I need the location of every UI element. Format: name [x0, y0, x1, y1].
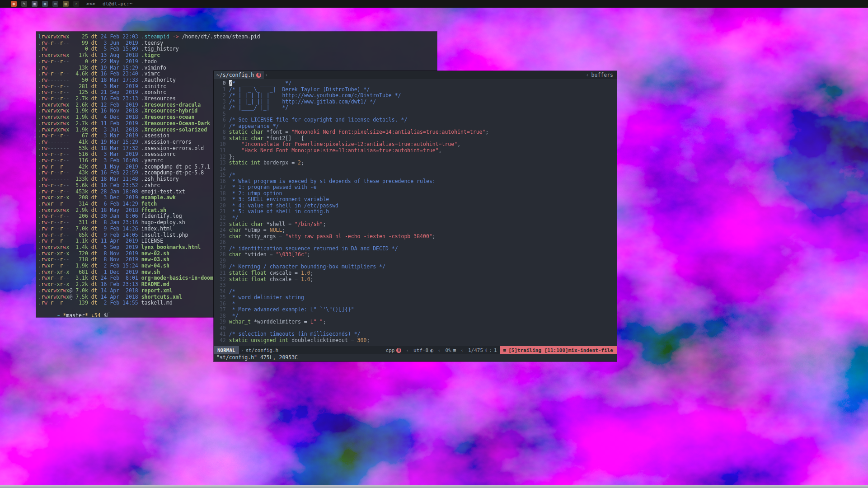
code-line: 23 static char *shell = "/bin/sh";: [216, 221, 617, 228]
code-line: 7 /* appearance */: [216, 123, 617, 130]
code-line: 9 static char *font2[] = {: [216, 136, 617, 142]
code-line: 28 char *vtiden = "\033[?6c";: [216, 252, 617, 258]
filetype-indicator: cpp H: [386, 347, 402, 353]
code-line: 27 /* identification sequence returned i…: [216, 246, 617, 252]
code-line: 26: [216, 239, 617, 246]
buffers-area[interactable]: ‹ buffers: [585, 72, 617, 78]
code-line: 8 static char *font = "Mononoki Nerd Fon…: [216, 129, 617, 136]
editor-terminal-window[interactable]: ~/s/config.h H › ‹ buffers 0 /* ____ ___…: [214, 71, 617, 361]
terminal-cursor: [108, 313, 110, 317]
chevron-left-icon: ‹: [586, 72, 589, 78]
code-line: 22 */: [216, 215, 617, 221]
code-line: 5: [216, 111, 617, 117]
file-row: .rw-r--r-- 99 dt 3 Jun 2019 .teensy: [38, 40, 437, 47]
tray-icons: ◉✎▣◉▭▤›: [11, 1, 79, 7]
code-line: 25 char *stty_args = "stty raw pass8 nl …: [216, 234, 617, 240]
prompt-symbol: $: [104, 312, 107, 317]
pencil-icon[interactable]: ✎: [21, 1, 27, 7]
vim-tabline: ~/s/config.h H › ‹ buffers: [214, 71, 617, 79]
code-line: 38 */: [216, 313, 617, 319]
chevron-left-icon: ‹: [438, 347, 441, 353]
terminal-icon[interactable]: ›: [73, 1, 79, 7]
chevron-right-icon: ›: [241, 347, 244, 353]
code-line: 40: [216, 325, 617, 332]
desktop: ◉✎▣◉▭▤› ><> dt@dt-pc:~ lrwxrwxrwx 25 dt …: [0, 0, 868, 488]
bottom-bar: [0, 485, 868, 488]
chevron-right-icon: ›: [265, 72, 268, 78]
code-line: 32 static float chscale = 1.0;: [216, 277, 617, 283]
image-viewer-icon[interactable]: ▣: [32, 1, 38, 7]
code-line: 36 *: [216, 301, 617, 307]
code-line: 30 /* Kerning / character bounding-box m…: [216, 264, 617, 270]
lines-icon: ≡: [453, 347, 456, 353]
code-line: 11 "Hack Nerd Font Mono:pixelsize=11:ant…: [216, 148, 617, 154]
prompt-branch-deco: *: [85, 312, 88, 317]
code-line: 29: [216, 258, 617, 264]
top-bar: ◉✎▣◉▭▤› ><> dt@dt-pc:~: [0, 0, 868, 8]
line-number-icon: ℓ: [485, 347, 487, 353]
code-line: 35 * word delimiter string: [216, 295, 617, 301]
lint-errors-badge: ≡ [5]trailing [11:100]mix-indent-file: [500, 346, 617, 354]
vim-statusline: NORMAL › st/config.h cpp H ‹ utf-8 ◐ ‹ 0…: [214, 346, 617, 354]
code-line: 2 /* | | | || | http://www.youtube.com/c…: [216, 93, 617, 99]
code-line: 39 wchar_t *worddelimiters = L" ";: [216, 319, 617, 325]
code-line: 4 /* |____/ |_| */: [216, 105, 617, 111]
code-line: 1 /* | _ \_ _| Derek Taylor (DistroTube)…: [216, 87, 617, 93]
spiral-app-icon[interactable]: ◉: [11, 1, 17, 7]
display-icon[interactable]: ▭: [52, 1, 58, 7]
file-row: lrwxrwxrwx 25 dt 24 Feb 22:03 .steampid …: [38, 34, 437, 40]
code-line: 0 /* ____ _____ */: [216, 80, 617, 87]
tab-file-path: ~/s/config.h: [216, 72, 254, 78]
code-line: 24 char *utmp = NULL;: [216, 227, 617, 234]
vim-command-line: "st/config.h" 475L, 20953C: [214, 354, 617, 361]
chevron-left-icon: ‹: [406, 347, 409, 353]
code-line: 20 * 4: value of shell in /etc/passwd: [216, 203, 617, 209]
code-line: 42 static unsigned int doubleclicktimeou…: [216, 338, 617, 344]
code-line: 37 * More advanced example: L" `'\"()[]{…: [216, 307, 617, 313]
file-row: .rw------- 0 dt 5 Feb 15:09 .tig_history: [38, 46, 437, 52]
code-line: 10 "Inconsolata for Powerline:pixelsize=…: [216, 141, 617, 148]
code-line: 18 * 2: utmp option: [216, 191, 617, 197]
cursor-position: 1/475 ℓ : 1: [468, 347, 497, 353]
code-line: 3 /* | |_| || | http://www.gitlab.com/dw…: [216, 99, 617, 105]
lint-icon: ≡: [503, 347, 507, 353]
code-line: 14: [216, 166, 617, 173]
code-line: 21 * 5: value of shell in config.h: [216, 209, 617, 215]
prompt-git-branch: master: [66, 312, 85, 317]
chevron-left-icon: ‹: [460, 347, 464, 353]
code-line: 17 * 1: program passed with -e: [216, 184, 617, 191]
code-line: 12 };: [216, 154, 617, 160]
prompt-behind-count: ↓54: [91, 312, 101, 317]
scroll-percent: 0% ≡: [445, 347, 456, 353]
camera-icon[interactable]: ◉: [42, 1, 48, 7]
tab-current-file[interactable]: ~/s/config.h H: [214, 71, 264, 79]
statusline-right: cpp H ‹ utf-8 ◐ ‹ 0% ≡ ‹ 1/475 ℓ :: [386, 346, 617, 354]
file-row: .rw-r--r-- 0 dt 22 May 2019 .todo: [38, 59, 437, 65]
modified-badge-icon: H: [256, 73, 261, 78]
focused-window-title: dt@dt-pc:~: [103, 1, 132, 7]
encoding-icon: ◐: [430, 347, 433, 353]
mode-indicator: NORMAL: [214, 346, 239, 354]
code-line: 41 /* selection timeouts (in millisecond…: [216, 331, 617, 338]
code-line: 19 * 3: SHELL environment variable: [216, 197, 617, 203]
layout-indicator: ><>: [86, 1, 95, 7]
folder-icon[interactable]: ▤: [63, 1, 69, 7]
code-line: 6 /* See LICENSE file for copyright and …: [216, 117, 617, 123]
code-line: 33: [216, 282, 617, 289]
filetype-badge-icon: H: [396, 348, 401, 353]
code-line: 31 static float cwscale = 1.0;: [216, 270, 617, 277]
file-row: .rwxrwxrwx 17k dt 13 Aug 2018 .tigrc: [38, 52, 437, 59]
encoding-indicator: utf-8 ◐: [413, 347, 433, 353]
buffers-label: buffers: [591, 72, 613, 78]
file-row: .rw------- 13k dt 19 Mar 15:29 .viminfo: [38, 65, 437, 71]
code-line: 16 * What program is execed by st depend…: [216, 178, 617, 185]
code-buffer[interactable]: 0 /* ____ _____ */ 1 /* | _ \_ _| Derek …: [214, 79, 617, 346]
editor-cursor: /: [229, 80, 232, 86]
statusline-filename: st/config.h: [245, 347, 278, 353]
code-line: 13 static int borderpx = 2;: [216, 160, 617, 166]
code-line: 15 /*: [216, 172, 617, 178]
code-line: 34 /*: [216, 289, 617, 295]
